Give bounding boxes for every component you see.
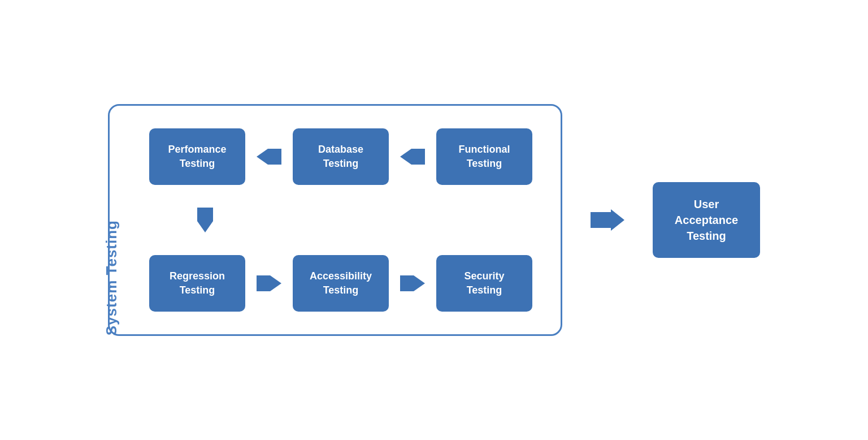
performance-testing-node: PerfomanceTesting — [149, 128, 245, 185]
system-testing-box: System Testing PerfomanceTesting Databas… — [108, 104, 562, 336]
regression-testing-node: RegressionTesting — [149, 255, 245, 312]
big-right-arrow-icon — [591, 209, 624, 231]
svg-marker-1 — [400, 149, 425, 165]
accessibility-testing-node: AccessibilityTesting — [293, 255, 389, 312]
arrow-db-to-perf — [257, 149, 281, 165]
arrow-func-to-db — [400, 149, 425, 165]
svg-marker-4 — [400, 275, 425, 291]
arrow-to-uat — [591, 209, 624, 231]
security-testing-node: SecurityTesting — [436, 255, 532, 312]
svg-marker-2 — [197, 208, 213, 232]
arrow-acc-to-sec — [400, 275, 425, 291]
right-arrow-icon — [257, 275, 281, 291]
top-row: PerfomanceTesting DatabaseTesting Functi… — [149, 128, 532, 185]
arrow-down-container — [149, 208, 532, 232]
right-arrow-icon-2 — [400, 275, 425, 291]
arrow-reg-to-acc — [257, 275, 281, 291]
svg-marker-3 — [257, 275, 281, 291]
svg-marker-0 — [257, 149, 281, 165]
uat-node: UserAcceptanceTesting — [653, 182, 760, 258]
system-testing-label: System Testing — [103, 220, 120, 335]
database-testing-node: DatabaseTesting — [293, 128, 389, 185]
left-arrow-icon — [257, 149, 281, 165]
functional-testing-node: FunctionalTesting — [436, 128, 532, 185]
down-arrow-icon — [197, 208, 213, 232]
bottom-row: RegressionTesting AccessibilityTesting S… — [149, 255, 532, 312]
svg-marker-5 — [591, 209, 624, 231]
diagram-container: System Testing PerfomanceTesting Databas… — [108, 104, 760, 336]
left-arrow-icon-2 — [400, 149, 425, 165]
